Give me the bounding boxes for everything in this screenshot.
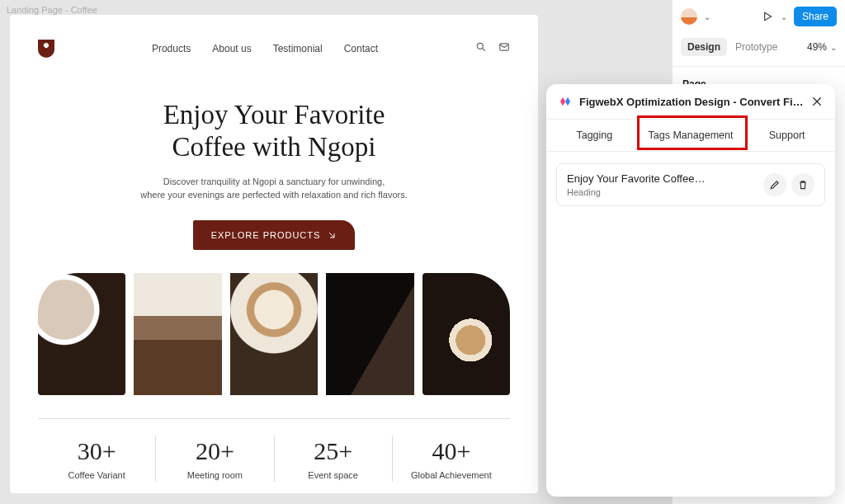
- edit-button[interactable]: [763, 173, 786, 196]
- chevron-down-icon: ⌄: [830, 43, 837, 52]
- nav-link-products[interactable]: Products: [152, 43, 191, 54]
- search-icon[interactable]: [475, 41, 487, 56]
- zoom-value: 49%: [807, 41, 827, 53]
- tab-support[interactable]: Support: [739, 120, 835, 151]
- gallery-image: [134, 273, 221, 395]
- stat-label: Event space: [278, 470, 389, 480]
- mode-design-tab[interactable]: Design: [681, 38, 727, 56]
- stat-label: Meeting room: [159, 470, 270, 480]
- nav-link-testimonial[interactable]: Testimonial: [273, 43, 323, 54]
- close-icon[interactable]: [810, 95, 824, 108]
- gallery-image: [230, 273, 318, 395]
- brand-logo: [38, 40, 54, 58]
- pencil-icon: [769, 179, 781, 191]
- zoom-dropdown[interactable]: 49% ⌄: [807, 41, 837, 53]
- stat-number: 40+: [396, 437, 507, 465]
- hero-title-line2: Coffee with Ngopi: [38, 131, 510, 163]
- hero-subtitle: Discover tranquility at Ngopi a sanctuar…: [38, 175, 510, 202]
- explore-products-button[interactable]: EXPLORE PRODUCTS: [193, 220, 356, 250]
- svg-line-3: [329, 233, 334, 238]
- nav-links: Products About us Testimonial Contact: [54, 43, 475, 54]
- stats-row: 30+ Coffee Variant 20+ Meeting room 25+ …: [38, 436, 510, 482]
- stat-label: Coffee Variant: [41, 470, 152, 480]
- gallery-image: [422, 273, 510, 395]
- play-icon[interactable]: [761, 10, 774, 23]
- nav-link-about[interactable]: About us: [212, 43, 251, 54]
- svg-line-1: [483, 49, 485, 51]
- stat-number: 25+: [278, 437, 389, 465]
- nav-link-contact[interactable]: Contact: [344, 43, 378, 54]
- share-button[interactable]: Share: [794, 7, 837, 26]
- divider: [38, 418, 510, 419]
- stat-label: Global Achievement: [396, 470, 507, 480]
- image-gallery: [38, 273, 510, 395]
- hero-sub-line2: where your evenings are perfected with r…: [38, 188, 510, 202]
- stat-item: 30+ Coffee Variant: [38, 436, 156, 482]
- plugin-title: FigwebX Optimization Design - Convert Fi…: [579, 96, 804, 108]
- design-canvas[interactable]: Products About us Testimonial Contact En…: [10, 15, 538, 493]
- tag-card-subtitle: Heading: [567, 187, 758, 197]
- tab-tagging[interactable]: Tagging: [546, 120, 643, 151]
- svg-marker-4: [765, 12, 772, 20]
- stat-number: 30+: [41, 437, 152, 465]
- svg-point-0: [477, 43, 483, 49]
- stat-item: 20+ Meeting room: [156, 436, 274, 482]
- stat-number: 20+: [159, 437, 270, 465]
- hero-title: Enjoy Your Favorite Coffee with Ngopi: [38, 99, 510, 163]
- mail-icon[interactable]: [498, 41, 510, 56]
- plugin-tabs: Tagging Tags Management Support: [546, 119, 835, 152]
- stat-item: 25+ Event space: [275, 436, 393, 482]
- mode-prototype-tab[interactable]: Prototype: [735, 41, 777, 53]
- cta-label: EXPLORE PRODUCTS: [211, 230, 321, 240]
- gallery-image: [326, 273, 413, 395]
- tag-card-title: Enjoy Your Favorite Coffee…: [567, 172, 758, 185]
- arrow-down-right-icon: [327, 230, 337, 240]
- plugin-panel: FigwebX Optimization Design - Convert Fi…: [546, 84, 835, 497]
- chevron-down-icon[interactable]: ⌄: [704, 12, 710, 21]
- delete-button[interactable]: [791, 173, 814, 196]
- site-nav: Products About us Testimonial Contact: [38, 35, 510, 63]
- tab-tags-management[interactable]: Tags Management: [643, 120, 739, 151]
- plugin-logo-icon: [558, 94, 573, 109]
- hero-sub-line1: Discover tranquility at Ngopi a sanctuar…: [38, 175, 510, 189]
- chevron-down-icon[interactable]: ⌄: [781, 12, 787, 21]
- gallery-image: [38, 273, 125, 395]
- stat-item: 40+ Global Achievement: [393, 436, 510, 482]
- canvas-file-name: Landing Page - Coffee: [7, 5, 97, 15]
- tag-card: Enjoy Your Favorite Coffee… Heading: [556, 163, 825, 206]
- avatar[interactable]: [681, 8, 697, 25]
- hero-title-line1: Enjoy Your Favorite: [38, 99, 510, 131]
- trash-icon: [797, 179, 809, 191]
